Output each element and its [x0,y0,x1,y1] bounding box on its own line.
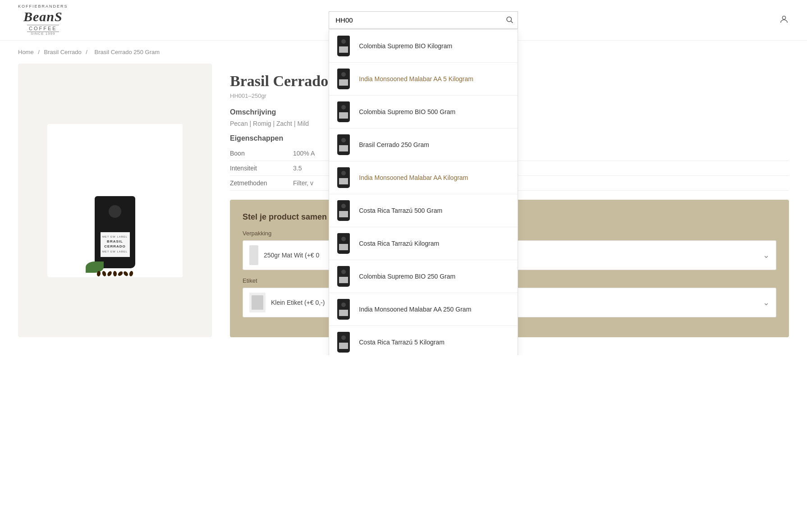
dropdown-item[interactable]: India Monsooned Malabar AA 250 Gram [329,293,518,326]
site-logo[interactable]: KOFFIEBRANDERS BeanS COFFEE SINCE 1999 [18,5,68,36]
dropdown-item[interactable]: India Monsooned Malabar AA Kilogram [329,161,518,194]
logo-since-text: SINCE 1999 [31,32,55,36]
breadcrumb-sep1: / [38,49,40,55]
product-image-box: MET EW LABEL BRASIL CERRADO MET EW LABEL [18,64,212,337]
etiket-value: Klein Etiket (+€ 0,-) [271,299,325,306]
property-key: Intensiteit [230,161,293,176]
etiket-thumbnail [249,293,266,312]
breadcrumb-sep2: / [86,49,87,55]
search-dropdown: Colombia Supremo BIO KilogramIndia Monso… [329,29,518,355]
account-button[interactable] [779,14,789,26]
search-icon [505,15,514,23]
property-key: Zetmethoden [230,176,293,191]
dropdown-item-label: Costa Rica Tarrazú Kilogram [359,240,439,247]
breadcrumb-current: Brasil Cerrado 250 Gram [95,49,160,55]
dropdown-item-label: Costa Rica Tarrazú 500 Gram [359,207,442,214]
logo-top-text: KOFFIEBRANDERS [18,5,68,9]
dropdown-item-label: Colombia Supremo BIO 250 Gram [359,273,455,280]
logo-main-text: BeanS [23,9,63,24]
dropdown-item[interactable]: Colombia Supremo BIO Kilogram [329,30,518,63]
search-input[interactable] [329,11,518,29]
site-header: KOFFIEBRANDERS BeanS COFFEE SINCE 1999 C… [0,0,807,41]
product-image: MET EW LABEL BRASIL CERRADO MET EW LABEL [95,196,135,268]
dropdown-item-label: India Monsooned Malabar AA 5 Kilogram [359,75,473,83]
header-icons [779,14,789,26]
product-image-inner: MET EW LABEL BRASIL CERRADO MET EW LABEL [47,124,183,277]
svg-point-2 [782,16,785,19]
chevron-down-icon: ⌄ [763,250,770,260]
property-key: Boon [230,146,293,161]
search-button[interactable] [505,15,514,25]
svg-line-1 [511,21,513,23]
dropdown-item[interactable]: Costa Rica Tarrazú Kilogram [329,227,518,260]
dropdown-item[interactable]: Costa Rica Tarrazú 500 Gram [329,194,518,227]
dropdown-item-label: Brasil Cerrado 250 Gram [359,141,429,148]
dropdown-item-label: Colombia Supremo BIO 500 Gram [359,108,455,115]
dropdown-item[interactable]: Costa Rica Tarrazú 5 Kilogram [329,326,518,355]
search-area: Colombia Supremo BIO KilogramIndia Monso… [329,11,518,29]
dropdown-item-label: Colombia Supremo BIO Kilogram [359,42,452,50]
dropdown-item[interactable]: India Monsooned Malabar AA 5 Kilogram [329,63,518,96]
dropdown-item-label: Costa Rica Tarrazú 5 Kilogram [359,339,445,346]
dropdown-item[interactable]: Colombia Supremo BIO 500 Gram [329,96,518,128]
dropdown-item[interactable]: Brasil Cerrado 250 Gram [329,128,518,161]
dropdown-item[interactable]: Colombia Supremo BIO 250 Gram [329,260,518,293]
breadcrumb-category[interactable]: Brasil Cerrado [44,49,82,55]
verpakking-value: 250gr Mat Wit (+€ 0 [264,252,319,259]
breadcrumb-home[interactable]: Home [18,49,34,55]
logo-sub-text: COFFEE [27,25,59,32]
dropdown-item-label: India Monsooned Malabar AA 250 Gram [359,306,471,313]
svg-point-0 [507,17,512,22]
user-icon [779,14,789,24]
etiket-chevron-down-icon: ⌄ [763,298,770,307]
product-beans-decoration [79,271,151,276]
dropdown-item-label: India Monsooned Malabar AA Kilogram [359,174,468,181]
pack-thumbnail [249,245,258,265]
